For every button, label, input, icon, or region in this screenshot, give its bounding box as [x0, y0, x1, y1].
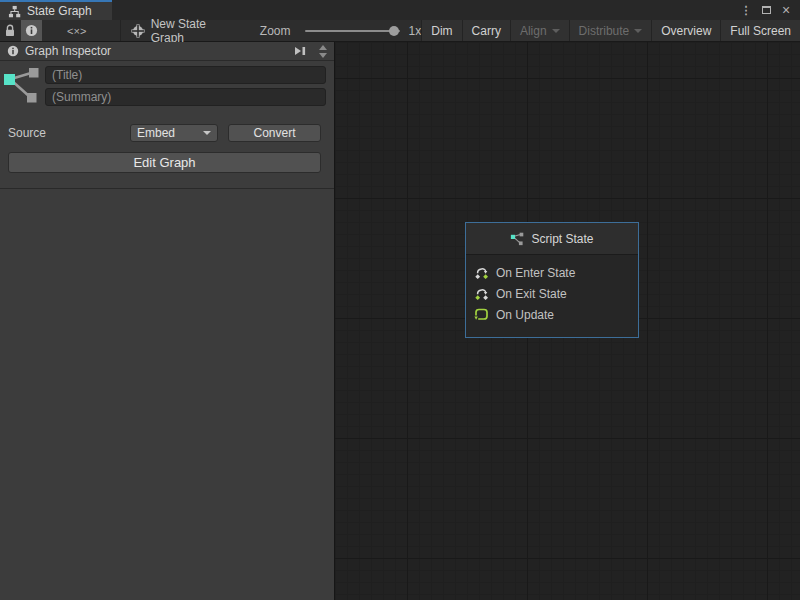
titlebar: State Graph ⋮ ×: [0, 0, 800, 20]
event-label: On Update: [496, 308, 554, 322]
carry-button[interactable]: Carry: [463, 20, 511, 41]
chevron-down-icon: [203, 131, 211, 135]
tab-state-graph[interactable]: State Graph: [0, 0, 112, 20]
graph-meta-fields: [45, 66, 326, 106]
content-area: Graph Inspector: [0, 42, 800, 600]
node-title: Script State: [531, 232, 593, 246]
code-view-icon: <×>: [67, 25, 86, 37]
maximize-icon[interactable]: [758, 2, 774, 18]
kebab-menu-icon[interactable]: ⋮: [738, 2, 754, 18]
inspector-toggle-button[interactable]: [21, 20, 42, 41]
info-icon: [7, 45, 19, 57]
align-button[interactable]: Align: [511, 20, 570, 41]
full-screen-button[interactable]: Full Screen: [721, 20, 800, 41]
spinner-down-icon[interactable]: [319, 53, 327, 58]
toolbar: <×> New State Graph Zoom: [0, 20, 800, 42]
panel-spinner[interactable]: [316, 45, 330, 58]
inspector-empty-area: [0, 189, 334, 600]
lock-icon: [4, 24, 16, 37]
graph-asset-name: New State Graph: [151, 17, 228, 45]
source-dropdown-value: Embed: [137, 126, 175, 140]
script-state-node[interactable]: Script State On Enter State: [465, 222, 639, 338]
tab-title: State Graph: [27, 4, 92, 18]
script-state-node-body: On Enter State On Exit State: [466, 255, 638, 325]
spinner-up-icon[interactable]: [319, 45, 327, 50]
convert-button[interactable]: Convert: [228, 124, 321, 142]
graph-inspector-panel: Graph Inspector: [0, 42, 335, 600]
lock-button[interactable]: [0, 20, 21, 41]
event-row-on-exit-state[interactable]: On Exit State: [474, 283, 632, 304]
chevron-down-icon: [634, 29, 642, 33]
graph-meta-section: [0, 61, 334, 106]
dim-button[interactable]: Dim: [422, 20, 462, 41]
graph-inspector-title: Graph Inspector: [25, 44, 284, 58]
source-label: Source: [8, 126, 130, 140]
zoom-value: 1x: [409, 24, 422, 38]
zoom-slider[interactable]: [305, 30, 400, 32]
on-exit-state-icon: [474, 286, 489, 301]
event-label: On Exit State: [496, 287, 567, 301]
zoom-label: Zoom: [260, 24, 291, 38]
toolbar-right-group: Dim Carry Align Distribute Overview Full…: [421, 20, 800, 41]
titlebar-controls: ⋮ ×: [738, 0, 800, 20]
source-row: Source Embed Convert: [0, 124, 334, 142]
code-view-button[interactable]: <×>: [58, 20, 96, 41]
title-field[interactable]: [45, 66, 326, 84]
close-icon[interactable]: ×: [778, 2, 794, 18]
graph-inspector-header: Graph Inspector: [0, 42, 334, 61]
event-row-on-enter-state[interactable]: On Enter State: [474, 262, 632, 283]
state-graph-tab-icon: [8, 5, 21, 18]
state-graph-window: State Graph ⋮ ×: [0, 0, 800, 600]
script-state-node-header[interactable]: Script State: [466, 223, 638, 255]
zoom-slider-handle[interactable]: [389, 26, 399, 36]
graph-asset-icon: [131, 24, 145, 38]
edit-graph-button[interactable]: Edit Graph: [8, 152, 321, 173]
overview-button[interactable]: Overview: [652, 20, 721, 41]
state-graph-nodes-icon: [3, 66, 40, 106]
on-update-icon: [474, 307, 489, 322]
summary-field[interactable]: [45, 88, 326, 106]
source-dropdown[interactable]: Embed: [130, 124, 218, 142]
event-label: On Enter State: [496, 266, 575, 280]
dock-right-icon[interactable]: [290, 43, 310, 59]
graph-canvas[interactable]: Script State On Enter State: [335, 42, 800, 600]
event-row-on-update[interactable]: On Update: [474, 304, 632, 325]
state-graph-nodes-icon: [510, 232, 524, 246]
info-icon: [25, 24, 38, 37]
on-enter-state-icon: [474, 265, 489, 280]
chevron-down-icon: [552, 29, 560, 33]
graph-asset-label[interactable]: New State Graph: [121, 20, 238, 41]
zoom-control: Zoom 1x: [260, 20, 421, 41]
distribute-button[interactable]: Distribute: [570, 20, 653, 41]
